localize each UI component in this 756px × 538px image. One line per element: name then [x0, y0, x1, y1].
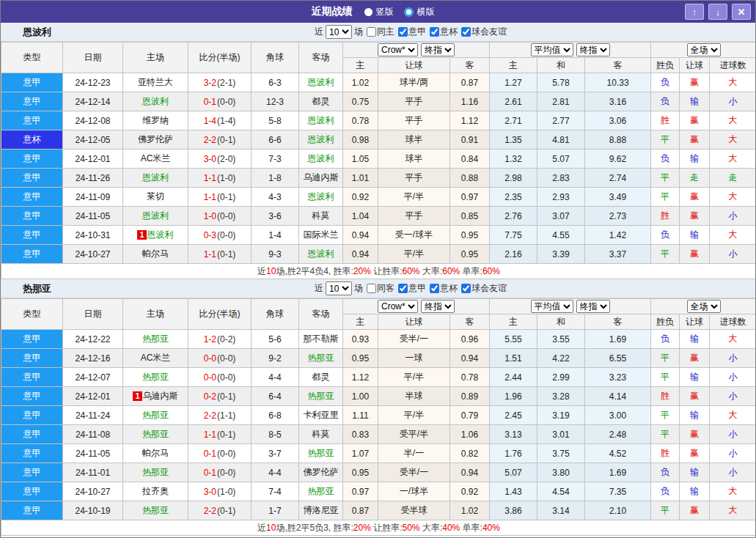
red-card-badge: 1 — [137, 230, 146, 240]
average-stage-select[interactable]: 终指 — [576, 43, 610, 56]
home-team-name: 热那亚 — [142, 467, 169, 477]
league-cell: 意甲 — [1, 111, 63, 130]
match-count-select[interactable]: 10 — [326, 281, 352, 295]
corners-cell: 6-4 — [252, 387, 299, 406]
same-venue-checkbox[interactable] — [367, 27, 376, 37]
bookmaker-stage-select[interactable]: 终指 — [421, 300, 455, 313]
result-cell: 平 — [651, 501, 680, 520]
handicap-result-cell: 赢 — [680, 111, 710, 130]
bookmaker-select[interactable]: Crow* — [378, 43, 418, 56]
result-cell: 平 — [651, 188, 680, 207]
league-cell: 意甲 — [1, 150, 63, 169]
goals-result-cell: 小 — [710, 349, 756, 368]
serie-a-checkbox[interactable] — [398, 284, 408, 293]
handicap-cell: 受一/球半 — [378, 226, 450, 245]
home-team-name: 恩波利 — [142, 96, 169, 106]
avg-home-cell: 2.44 — [490, 368, 537, 387]
away-team-name: 都灵 — [312, 372, 330, 382]
layout-vertical-radio[interactable]: 竖版 — [364, 6, 394, 18]
avg-away-cell: 3.49 — [585, 188, 651, 207]
handicap-result-cell: 输 — [680, 150, 710, 169]
away-team-name: 都灵 — [312, 96, 330, 106]
match-count-select[interactable]: 10 — [326, 25, 352, 39]
same-venue-checkbox[interactable] — [367, 284, 376, 293]
close-button[interactable]: ✕ — [732, 4, 751, 20]
halftime-score: (0-1) — [217, 249, 235, 259]
handicap-result-cell: 赢 — [680, 207, 710, 226]
home-team-cell: AC米兰 — [123, 349, 188, 368]
average-group-header: 平均值终指 — [490, 43, 651, 58]
score-cell: 1-0(0-0) — [188, 207, 252, 226]
score-cell: 0-0(0-0) — [188, 349, 252, 368]
away-team-cell: 佛罗伦萨 — [299, 463, 343, 482]
italy-cup-checkbox-label[interactable]: 意杯 — [430, 282, 458, 295]
score-cell: 0-0(0-0) — [188, 368, 252, 387]
avg-away-cell: 3.23 — [585, 368, 651, 387]
serie-a-checkbox-label[interactable]: 意甲 — [398, 282, 426, 295]
result-cell: 负 — [651, 463, 680, 482]
bookmaker-select[interactable]: Crow* — [378, 300, 418, 313]
scope-select[interactable]: 全场 — [687, 300, 721, 313]
odds-away-cell: 0.85 — [450, 207, 490, 226]
club-friendly-checkbox-label[interactable]: 球会友谊 — [461, 282, 507, 295]
handicap-result-cell: 赢 — [680, 425, 710, 444]
fulltime-score: 0-1 — [204, 97, 216, 107]
same-venue-checkbox-label[interactable]: 同主 — [367, 26, 394, 38]
serie-a-checkbox[interactable] — [398, 27, 408, 37]
corners-cell: 3-7 — [252, 444, 299, 463]
layout-horizontal-radio[interactable]: 横版 — [404, 6, 435, 18]
fulltime-score: 3-0 — [204, 154, 216, 164]
result-cell: 平 — [651, 169, 680, 188]
scope-select[interactable]: 全场 — [687, 43, 721, 56]
summary-text: 近 — [257, 523, 266, 533]
same-venue-checkbox-label[interactable]: 同客 — [367, 282, 394, 295]
handicap-cell: 受半/一 — [378, 330, 450, 349]
section-team-name: 恩波利 — [23, 23, 51, 41]
handicap-result-cell: 赢 — [680, 73, 710, 92]
handicap-result-cell: 输 — [680, 482, 710, 501]
bookmaker-group-header: Crow*终指 — [343, 43, 490, 58]
home-team-name: 拉齐奥 — [142, 486, 169, 496]
home-team-cell: AC米兰 — [123, 150, 188, 169]
avg-draw-cell: 5.78 — [537, 73, 585, 92]
filter-label-matches: 场 — [354, 26, 363, 38]
serie-a-checkbox-label[interactable]: 意甲 — [398, 26, 426, 38]
away-team-name: 恩波利 — [308, 134, 334, 144]
goals-result-cell: 大 — [710, 330, 756, 349]
move-up-button[interactable]: ↑ — [685, 4, 704, 20]
odds-home-cell: 0.83 — [343, 425, 378, 444]
checkbox-label: 意杯 — [440, 282, 458, 295]
halftime-score: (1-1) — [217, 410, 235, 421]
club-friendly-checkbox[interactable] — [461, 284, 471, 293]
club-friendly-checkbox-label[interactable]: 球会友谊 — [461, 26, 507, 38]
handicap-cell: 球半 — [378, 150, 450, 169]
odds-home-cell: 0.93 — [343, 330, 378, 349]
italy-cup-checkbox[interactable] — [430, 27, 439, 37]
date-cell: 24-12-23 — [63, 73, 123, 92]
italy-cup-checkbox-label[interactable]: 意杯 — [430, 26, 458, 38]
move-down-button[interactable]: ↓ — [708, 4, 727, 20]
odds-away-cell: 1.06 — [450, 425, 490, 444]
league-badge: 意甲 — [1, 463, 62, 482]
col-header-type: 类型 — [1, 299, 63, 330]
italy-cup-checkbox[interactable] — [430, 284, 439, 293]
league-badge: 意甲 — [1, 73, 62, 92]
score-cell: 2-2(1-1) — [188, 406, 252, 425]
match-row: 意甲24-12-23亚特兰大3-2(2-1)6-3恩波利1.02球半/两0.87… — [1, 73, 756, 92]
corners-cell: 1-7 — [252, 501, 299, 520]
odds-home-cell: 0.95 — [343, 463, 378, 482]
goals-result-cell: 小 — [710, 387, 756, 406]
date-cell: 24-10-31 — [63, 226, 123, 245]
average-stage-select[interactable]: 终指 — [576, 300, 610, 313]
home-team-cell: 拉齐奥 — [123, 482, 188, 501]
club-friendly-checkbox[interactable] — [461, 27, 471, 37]
checkbox-label: 同客 — [377, 282, 394, 295]
odds-away-cell: 0.92 — [450, 482, 490, 501]
bookmaker-stage-select[interactable]: 终指 — [421, 43, 455, 56]
home-team-name: 亚特兰大 — [138, 77, 173, 87]
away-team-name: 乌迪内斯 — [304, 172, 339, 183]
avg-away-cell: 1.69 — [585, 330, 651, 349]
result-cell: 负 — [651, 482, 680, 501]
average-select[interactable]: 平均值 — [531, 43, 573, 56]
average-select[interactable]: 平均值 — [531, 300, 573, 313]
